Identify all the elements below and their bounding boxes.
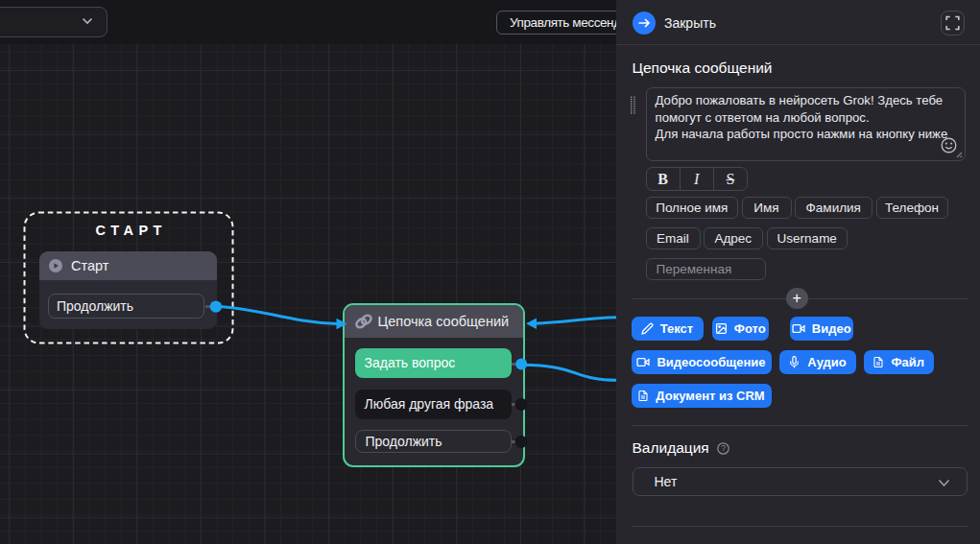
svg-text:?: ? — [721, 443, 726, 453]
